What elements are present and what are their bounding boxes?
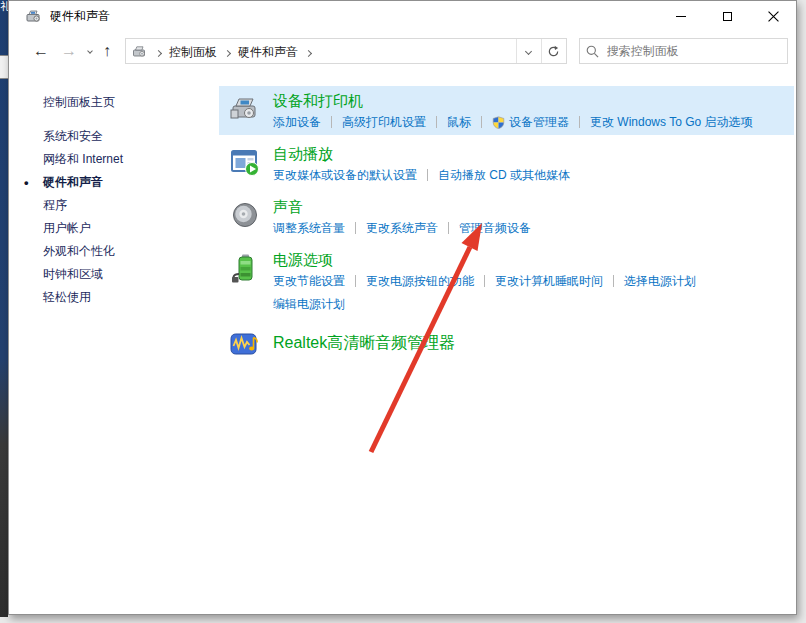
link-separator bbox=[481, 116, 482, 128]
chevron-down-icon bbox=[525, 47, 532, 54]
task-link[interactable]: 自动播放 CD 或其他媒体 bbox=[438, 166, 570, 184]
search-input[interactable] bbox=[607, 44, 781, 58]
task-link[interactable]: 设备管理器 bbox=[492, 113, 569, 131]
close-button[interactable] bbox=[750, 1, 796, 31]
address-bar-buttons bbox=[516, 39, 566, 63]
link-separator bbox=[331, 116, 332, 128]
up-button[interactable]: ↑ bbox=[97, 40, 117, 62]
link-separator bbox=[355, 275, 356, 287]
task-link[interactable]: 更改电源按钮的功能 bbox=[366, 272, 474, 290]
navigation-bar: ← → ↑ 控制面板硬件和声音 bbox=[9, 31, 796, 71]
refresh-icon bbox=[547, 45, 560, 58]
section-task-links: 更改节能设置更改电源按钮的功能更改计算机睡眠时间选择电源计划编辑电源计划 bbox=[273, 272, 794, 313]
section-task-links: 添加设备高级打印机设置鼠标 设备管理器更改 Windows To Go 启动选项 bbox=[273, 113, 794, 131]
battery-icon bbox=[229, 251, 273, 313]
refresh-button[interactable] bbox=[541, 39, 566, 63]
sidebar-item[interactable]: 硬件和声音 bbox=[31, 171, 211, 194]
breadcrumb-item[interactable]: 硬件和声音 bbox=[234, 41, 302, 63]
background-window-edge: 礼 bbox=[0, 0, 8, 617]
sidebar-item[interactable]: 时钟和区域 bbox=[31, 263, 211, 286]
task-link[interactable]: 高级打印机设置 bbox=[342, 113, 426, 131]
background-window-fragment bbox=[0, 55, 8, 79]
task-link[interactable]: 编辑电源计划 bbox=[273, 295, 345, 313]
section-row: 自动播放更改媒体或设备的默认设置自动播放 CD 或其他媒体 bbox=[219, 139, 794, 188]
section-title-link[interactable]: 设备和打印机 bbox=[273, 92, 794, 110]
link-separator bbox=[448, 222, 449, 234]
link-separator bbox=[355, 222, 356, 234]
task-link[interactable]: 更改 Windows To Go 启动选项 bbox=[590, 113, 752, 131]
sidebar-item[interactable]: 用户帐户 bbox=[31, 217, 211, 240]
link-separator bbox=[579, 116, 580, 128]
chevron-right-icon[interactable] bbox=[155, 49, 162, 56]
history-dropdown-button[interactable] bbox=[83, 45, 97, 57]
task-link[interactable]: 管理音频设备 bbox=[459, 219, 531, 237]
task-link[interactable]: 添加设备 bbox=[273, 113, 321, 131]
breadcrumb: 控制面板硬件和声音 bbox=[152, 42, 315, 61]
chevron-right-icon[interactable] bbox=[305, 49, 312, 56]
section-task-links: 更改媒体或设备的默认设置自动播放 CD 或其他媒体 bbox=[273, 166, 794, 184]
section-body: 声音调整系统音量更改系统声音管理音频设备 bbox=[273, 198, 794, 237]
autoplay-icon bbox=[229, 145, 273, 184]
minimize-button[interactable] bbox=[658, 1, 704, 31]
sidebar-item[interactable]: 网络和 Internet bbox=[31, 148, 211, 171]
section-row: 声音调整系统音量更改系统声音管理音频设备 bbox=[219, 192, 794, 241]
minimize-icon bbox=[676, 16, 686, 17]
search-icon bbox=[586, 45, 599, 58]
sidebar-item[interactable]: 系统和安全 bbox=[31, 125, 211, 148]
task-link[interactable]: 更改节能设置 bbox=[273, 272, 345, 290]
hardware-sound-app-icon bbox=[25, 8, 43, 24]
address-dropdown-button[interactable] bbox=[516, 39, 541, 63]
maximize-button[interactable] bbox=[704, 1, 750, 31]
task-link[interactable]: 更改媒体或设备的默认设置 bbox=[273, 166, 417, 184]
chevron-down-icon bbox=[87, 48, 93, 54]
title-bar: 硬件和声音 bbox=[9, 1, 796, 31]
speaker-icon bbox=[229, 198, 273, 237]
breadcrumb-location-icon bbox=[132, 44, 148, 59]
link-separator bbox=[427, 169, 428, 181]
sidebar-item[interactable]: 控制面板主页 bbox=[31, 91, 211, 114]
sidebar-item[interactable]: 轻松使用 bbox=[31, 286, 211, 309]
section-title-link[interactable]: Realtek高清晰音频管理器 bbox=[273, 327, 794, 359]
chevron-right-icon[interactable] bbox=[224, 49, 231, 56]
section-row: 电源选项更改节能设置更改电源按钮的功能更改计算机睡眠时间选择电源计划编辑电源计划 bbox=[219, 245, 794, 317]
breadcrumb-item[interactable]: 控制面板 bbox=[165, 41, 221, 63]
control-panel-window: 硬件和声音 ← → ↑ 控制面板硬件和声音 bbox=[8, 0, 797, 615]
address-bar[interactable]: 控制面板硬件和声音 bbox=[125, 38, 567, 64]
search-box bbox=[579, 38, 788, 64]
background-window-text: 礼 bbox=[0, 0, 8, 12]
section-body: 设备和打印机添加设备高级打印机设置鼠标 设备管理器更改 Windows To G… bbox=[273, 92, 794, 131]
close-icon bbox=[768, 11, 779, 22]
task-link[interactable]: 更改计算机睡眠时间 bbox=[495, 272, 603, 290]
section-row: 设备和打印机添加设备高级打印机设置鼠标 设备管理器更改 Windows To G… bbox=[219, 86, 794, 135]
printer-icon bbox=[229, 92, 273, 131]
sidebar-item[interactable]: 程序 bbox=[31, 194, 211, 217]
maximize-icon bbox=[723, 12, 732, 21]
realtek-icon bbox=[229, 327, 273, 364]
sidebar: 控制面板主页系统和安全网络和 Internet硬件和声音程序用户帐户外观和个性化… bbox=[31, 91, 211, 309]
section-body: 自动播放更改媒体或设备的默认设置自动播放 CD 或其他媒体 bbox=[273, 145, 794, 184]
task-link[interactable]: 鼠标 bbox=[447, 113, 471, 131]
section-task-links: 调整系统音量更改系统声音管理音频设备 bbox=[273, 219, 794, 237]
window-title: 硬件和声音 bbox=[50, 8, 658, 25]
forward-button[interactable]: → bbox=[55, 40, 83, 62]
link-separator bbox=[484, 275, 485, 287]
section-title-link[interactable]: 声音 bbox=[273, 198, 794, 216]
task-link[interactable]: 更改系统声音 bbox=[366, 219, 438, 237]
line-break bbox=[273, 290, 794, 295]
task-link[interactable]: 选择电源计划 bbox=[624, 272, 696, 290]
link-separator bbox=[436, 116, 437, 128]
uac-shield-icon bbox=[492, 116, 505, 129]
section-title-link[interactable]: 自动播放 bbox=[273, 145, 794, 163]
section-row: Realtek高清晰音频管理器 bbox=[219, 321, 794, 368]
link-separator bbox=[613, 275, 614, 287]
back-button[interactable]: ← bbox=[27, 40, 55, 62]
sidebar-item[interactable]: 外观和个性化 bbox=[31, 240, 211, 263]
section-body: 电源选项更改节能设置更改电源按钮的功能更改计算机睡眠时间选择电源计划编辑电源计划 bbox=[273, 251, 794, 313]
section-title-link[interactable]: 电源选项 bbox=[273, 251, 794, 269]
section-body: Realtek高清晰音频管理器 bbox=[273, 327, 794, 364]
main-sections: 设备和打印机添加设备高级打印机设置鼠标 设备管理器更改 Windows To G… bbox=[219, 86, 794, 372]
task-link[interactable]: 调整系统音量 bbox=[273, 219, 345, 237]
